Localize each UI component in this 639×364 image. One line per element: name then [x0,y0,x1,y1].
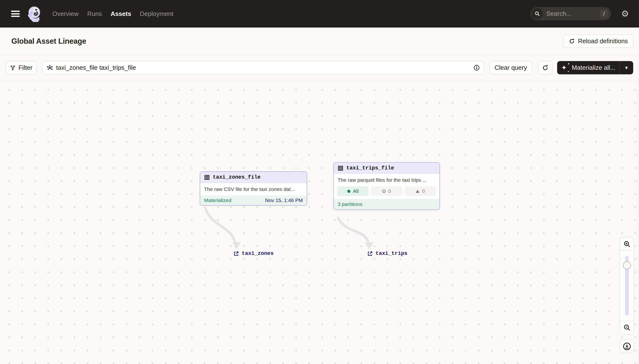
table-icon [204,174,210,180]
clear-query-button[interactable]: Clear query [489,61,532,74]
asset-node-header: taxi_zones_file [200,172,307,183]
partitions-materialized-badge: All [337,186,369,196]
reload-icon [569,38,575,44]
nav-item-deployment[interactable]: Deployment [140,10,173,18]
sparkles-icon: ✦ ✦ ✦ [561,64,568,72]
external-link-icon [367,251,373,256]
status-timestamp: Nov 15, 1:46 PM [265,198,303,203]
hamburger-menu-icon[interactable] [11,10,20,17]
partitions-count: 3 partitions [338,201,362,207]
materialize-all-button[interactable]: ✦ ✦ ✦ Materialize all... ▾ [557,61,633,74]
top-nav: Overview Runs Assets Deployment / ⚙ [0,0,639,28]
nav-item-overview[interactable]: Overview [53,10,79,18]
partitions-failed-badge: 0 [371,186,402,196]
canvas-edge-line [638,81,638,364]
page-header: Global Asset Lineage Reload definitions [0,28,639,55]
lineage-edges [0,81,639,364]
asset-description: The raw parquet files for the taxi trips… [334,174,439,186]
materialize-dropdown-caret[interactable]: ▾ [620,61,633,74]
materialized-dot-icon [347,190,350,193]
global-asset-lineage-page: Overview Runs Assets Deployment / ⚙ Glob… [0,0,639,364]
table-icon [338,165,343,171]
zoom-in-button[interactable] [620,238,634,250]
funnel-icon [10,65,16,71]
refresh-graph-button[interactable] [538,61,552,74]
asset-node-taxi-trips-file[interactable]: taxi_trips_file The raw parquet files fo… [333,162,440,210]
asset-description: The raw CSV file for the taxi zones dat.… [200,183,307,196]
zoom-slider[interactable] [620,250,634,321]
partitions-stale-badge: 0 [404,186,436,196]
asset-node-taxi-zones-file[interactable]: taxi_zones_file The raw CSV file for the… [200,172,307,206]
chevron-down-icon: ▾ [625,65,628,71]
search-input[interactable] [543,10,600,18]
asset-name: taxi_zones_file [213,174,261,180]
materialize-all-main[interactable]: ✦ ✦ ✦ Materialize all... [557,61,619,74]
zoom-out-icon [623,324,630,331]
zoom-controls [620,237,634,334]
graph-selection-icon [46,64,53,71]
partition-health-badges: All 0 0 [337,186,436,196]
nav-item-runs[interactable]: Runs [87,10,102,18]
settings-gear-icon[interactable]: ⚙ [621,8,629,19]
asset-selection-input[interactable] [53,64,473,72]
reload-definitions-button[interactable]: Reload definitions [563,34,633,48]
asset-status-footer: Materialized Nov 15, 1:46 PM [200,196,307,205]
nav-links: Overview Runs Assets Deployment [53,0,173,28]
external-link-icon [233,251,239,256]
zoom-slider-handle[interactable] [623,261,631,270]
lineage-toolbar: Filter [0,55,639,81]
filter-button[interactable]: Filter [6,61,37,74]
asset-node-header: taxi_trips_file [334,163,439,174]
asset-name: taxi_trips_file [346,165,394,171]
lineage-graph-canvas[interactable]: taxi_zones_file The raw CSV file for the… [0,81,639,364]
asset-status-footer: 3 partitions [334,199,439,210]
refresh-icon [542,64,549,71]
page-title: Global Asset Lineage [11,37,86,46]
zoom-in-icon [623,240,630,248]
search-shortcut-badge: / [600,10,608,18]
dagster-logo-icon[interactable] [26,6,42,22]
download-icon [622,342,631,351]
stale-triangle-icon [416,190,419,193]
status-label: Materialized [204,198,231,203]
external-asset-link-taxi-zones[interactable]: taxi_zones [233,250,274,256]
failed-ring-icon [382,190,386,193]
query-info-icon[interactable] [473,64,480,71]
search-icon [531,8,543,19]
asset-selection-input-box[interactable] [42,61,484,74]
zoom-out-button[interactable] [620,321,634,334]
nav-item-assets[interactable]: Assets [111,10,131,18]
global-search[interactable]: / [530,7,611,20]
download-graph-button[interactable] [620,340,634,353]
external-asset-link-taxi-trips[interactable]: taxi_trips [367,250,407,256]
